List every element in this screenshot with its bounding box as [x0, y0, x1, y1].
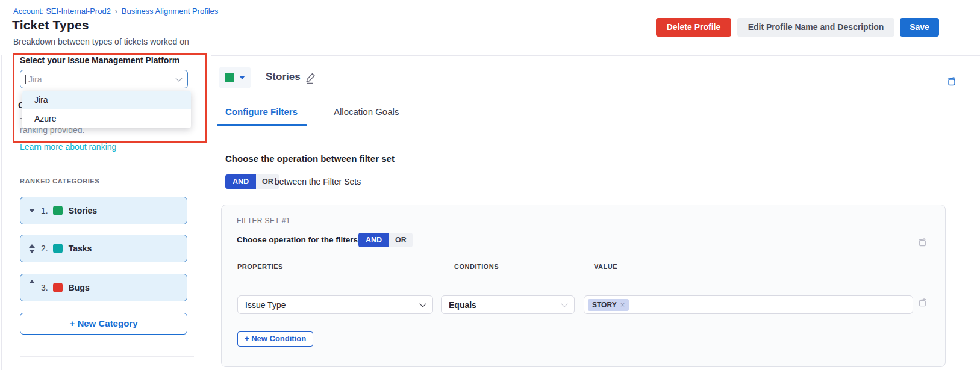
- between-filter-sets-caption: between the Filter Sets: [275, 177, 361, 187]
- learn-more-ranking-link[interactable]: Learn more about ranking: [20, 142, 116, 152]
- filter-set-panel: FILTER SET #1 Choose operation for the f…: [221, 205, 946, 367]
- page-left-border: [1, 55, 2, 370]
- tab-baseline-divider: [217, 126, 946, 126]
- dropdown-option-jira[interactable]: Jira: [22, 91, 191, 109]
- category-color-dot: [53, 283, 63, 292]
- and-toggle-option[interactable]: AND: [358, 233, 389, 247]
- platform-input[interactable]: [27, 74, 176, 85]
- sort-down-icon[interactable]: [28, 209, 36, 212]
- category-color-dot: [53, 244, 63, 253]
- filter-set-title: FILTER SET #1: [237, 217, 290, 225]
- filters-and-or-toggle: AND OR: [358, 233, 413, 247]
- delete-category-trash-icon[interactable]: [946, 76, 957, 89]
- breadcrumb: Account: SEI-Internal-Prod2 › Business A…: [13, 7, 218, 16]
- sort-up-icon[interactable]: [28, 280, 36, 283]
- chevron-down-icon: [561, 300, 567, 307]
- category-card-stories[interactable]: 1. Stories: [20, 197, 187, 224]
- sidebar-bottom-divider: [20, 356, 194, 357]
- new-category-button[interactable]: + New Category: [20, 313, 187, 335]
- chevron-down-icon: [419, 300, 426, 307]
- filters-operation-label: Choose operation for the filters: [237, 235, 358, 244]
- category-card-bugs[interactable]: 3. Bugs: [20, 274, 187, 301]
- property-select[interactable]: Issue Type: [237, 295, 433, 314]
- category-color-swatch: [225, 73, 234, 82]
- and-toggle-option[interactable]: AND: [225, 174, 256, 189]
- page-subtitle: Breakdown between types of tickets worke…: [13, 37, 189, 46]
- platform-select-label: Select your Issue Management Platform: [20, 55, 179, 65]
- tag-label: STORY: [592, 301, 617, 309]
- tab-configure-filters[interactable]: Configure Filters: [225, 106, 298, 117]
- ranked-categories-label: RANKED CATEGORIES: [20, 177, 99, 185]
- category-name: Tasks: [69, 244, 92, 253]
- category-name: Stories: [69, 206, 97, 215]
- column-header-conditions: CONDITIONS: [454, 263, 499, 270]
- edit-pencil-icon[interactable]: [304, 72, 317, 87]
- breadcrumb-account-link[interactable]: Account: SEI-Internal-Prod2: [13, 7, 111, 16]
- dropdown-option-azure[interactable]: Azure: [22, 109, 191, 128]
- tab-allocation-goals[interactable]: Allocation Goals: [334, 106, 399, 117]
- column-header-divider: [237, 279, 931, 279]
- property-select-value: Issue Type: [245, 300, 286, 310]
- or-toggle-option[interactable]: OR: [389, 233, 413, 247]
- delete-filter-set-trash-icon[interactable]: [917, 237, 928, 250]
- sidebar-divider: [211, 55, 211, 370]
- value-tag-story: STORY ×: [588, 299, 629, 311]
- delete-profile-button[interactable]: Delete Profile: [656, 18, 731, 37]
- page-title: Ticket Types: [12, 18, 89, 32]
- condition-select[interactable]: Equals: [441, 295, 575, 314]
- condition-select-value: Equals: [449, 300, 476, 310]
- category-rank: 3.: [41, 283, 48, 292]
- platform-select-field[interactable]: [20, 70, 188, 88]
- header-divider: [211, 55, 980, 56]
- column-header-properties: PROPERTIES: [237, 263, 283, 270]
- caret-down-icon: [239, 76, 245, 79]
- breadcrumb-separator-icon: ›: [115, 7, 117, 16]
- remove-tag-icon[interactable]: ×: [620, 301, 625, 309]
- column-header-value: VALUE: [594, 263, 617, 270]
- delete-condition-trash-icon[interactable]: [917, 297, 928, 310]
- category-color-dot: [53, 206, 63, 215]
- chevron-down-icon: [175, 75, 182, 81]
- filter-sets-and-or-toggle: AND OR: [225, 174, 279, 189]
- category-name: Bugs: [69, 283, 90, 292]
- category-card-tasks[interactable]: 2. Tasks: [20, 235, 187, 262]
- category-color-picker[interactable]: [219, 67, 251, 88]
- save-button[interactable]: Save: [900, 18, 939, 37]
- breadcrumb-profiles-link[interactable]: Business Alignment Profiles: [122, 7, 218, 16]
- sort-up-down-icon[interactable]: [28, 244, 36, 253]
- text-cursor: [25, 75, 26, 84]
- new-condition-button[interactable]: + New Condition: [237, 331, 313, 347]
- edit-profile-button[interactable]: Edit Profile Name and Description: [737, 18, 894, 37]
- category-title: Stories: [266, 71, 301, 83]
- category-rank: 1.: [41, 206, 48, 215]
- filter-set-operation-heading: Choose the operation between filter set: [225, 153, 395, 164]
- platform-dropdown-menu: Jira Azure: [22, 91, 191, 128]
- category-rank: 2.: [41, 244, 48, 253]
- value-multiselect-field[interactable]: STORY ×: [584, 295, 913, 314]
